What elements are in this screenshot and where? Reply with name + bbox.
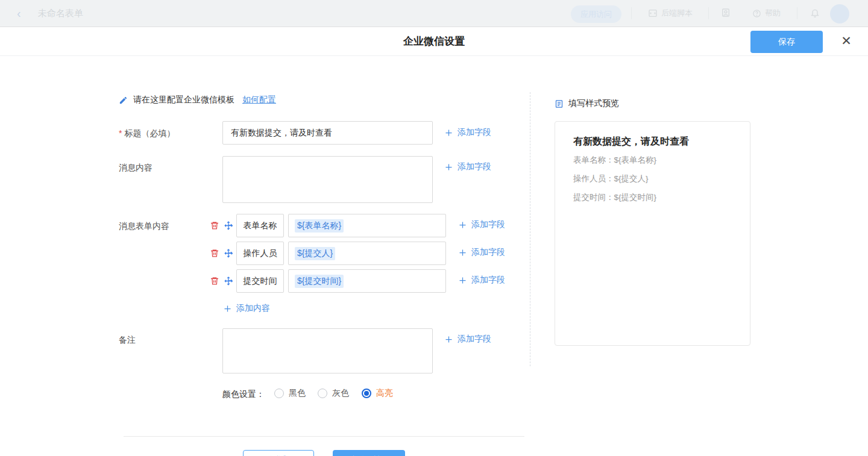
radio-black[interactable]: 黑色: [274, 388, 306, 399]
preview-line: 操作人员：${提交人}: [573, 171, 732, 186]
app-square-item: [721, 8, 731, 17]
form-content-row: ${提交人} 添加字段: [210, 242, 511, 265]
add-field-link-remark[interactable]: 添加字段: [444, 334, 491, 345]
add-field-link-message[interactable]: 添加字段: [444, 161, 491, 172]
form-content-row: ${提交时间} 添加字段: [210, 269, 511, 293]
back-chevron-icon: ‹: [17, 7, 21, 19]
remark-label: 备注: [119, 335, 136, 346]
preview-line: 表单名称：${表单名称}: [573, 152, 732, 167]
move-icon[interactable]: [224, 276, 234, 286]
help-item: 帮助: [752, 8, 781, 19]
modal-header: 企业微信设置 保存 ✕: [0, 27, 868, 56]
field-name-input[interactable]: [236, 242, 284, 265]
radio-gray[interactable]: 灰色: [318, 388, 349, 399]
script-icon: [648, 8, 658, 18]
plus-icon: [458, 220, 467, 230]
token-chip: ${提交时间}: [295, 275, 344, 288]
plus-icon: [458, 248, 467, 257]
back-group: ‹ 未命名表单: [17, 7, 83, 19]
close-button[interactable]: ✕: [838, 33, 855, 49]
screen: ‹ 未命名表单 应用访问 后端脚本 帮助: [0, 0, 868, 456]
how-to-config-link[interactable]: 如何配置: [242, 95, 276, 105]
topbar-divider: [797, 7, 797, 19]
message-content-textarea[interactable]: [222, 156, 433, 203]
backend-script-item: 后端脚本: [648, 8, 693, 19]
plus-icon: [223, 304, 232, 313]
field-token-input[interactable]: ${表单名称}: [288, 214, 446, 237]
test-button[interactable]: 测试: [243, 450, 314, 456]
remark-textarea[interactable]: [222, 328, 433, 373]
restore-default-button[interactable]: 恢复默认: [333, 450, 405, 456]
plus-icon: [444, 335, 453, 344]
config-note-text: 请在这里配置企业微信模板: [133, 95, 234, 105]
token-chip: ${表单名称}: [295, 219, 344, 233]
preview-header-text: 填写样式预览: [568, 98, 619, 109]
bell-icon: [810, 8, 820, 17]
topbar-divider: [708, 7, 709, 19]
delete-icon[interactable]: [210, 220, 220, 231]
add-field-link-row[interactable]: 添加字段: [458, 219, 505, 230]
modal-title: 企业微信设置: [0, 27, 868, 56]
radio-circle-icon: [274, 389, 284, 398]
title-input[interactable]: [222, 121, 433, 145]
move-icon[interactable]: [224, 248, 234, 258]
preview-header: 填写样式预览: [555, 98, 619, 109]
app-icon: [721, 8, 731, 17]
save-button[interactable]: 保存: [750, 31, 823, 53]
title-label: *标题（必填）: [119, 128, 175, 139]
color-setting-label: 颜色设置：: [222, 389, 265, 400]
form-content-row: ${表单名称} 添加字段: [210, 214, 511, 237]
preview-line: 提交时间：${提交时间}: [573, 190, 732, 205]
wechat-settings-modal: 企业微信设置 保存 ✕ 请在这里配置企业微信模板 如何配置 *标题（必填） 添加…: [0, 27, 868, 456]
plus-icon: [458, 276, 467, 285]
modal-content: 请在这里配置企业微信模板 如何配置 *标题（必填） 添加字段 消息内容 添加字段…: [0, 56, 868, 455]
preview-card: 有新数据提交，请及时查看 表单名称：${表单名称} 操作人员：${提交人} 提交…: [555, 121, 750, 346]
preview-card-title: 有新数据提交，请及时查看: [573, 134, 732, 149]
message-content-label: 消息内容: [119, 163, 153, 173]
radio-circle-icon: [362, 389, 371, 398]
radio-circle-icon: [318, 389, 327, 398]
field-name-input[interactable]: [236, 214, 284, 237]
add-field-link-row[interactable]: 添加字段: [458, 275, 505, 286]
topbar-divider: [631, 7, 632, 19]
footer-divider: [124, 436, 524, 437]
field-name-input[interactable]: [236, 269, 284, 293]
move-icon[interactable]: [224, 220, 234, 231]
field-token-input[interactable]: ${提交时间}: [288, 269, 446, 293]
add-field-link-title[interactable]: 添加字段: [444, 127, 491, 138]
background-topbar: ‹ 未命名表单 应用访问 后端脚本 帮助: [0, 0, 868, 27]
form-content-label: 消息表单内容: [119, 221, 169, 232]
question-icon: [752, 9, 761, 18]
notification-item: [810, 8, 820, 17]
pencil-icon: [119, 96, 128, 105]
app-access-pill-button: 应用访问: [571, 5, 621, 23]
delete-icon[interactable]: [210, 248, 220, 258]
close-icon: ✕: [841, 34, 852, 48]
add-content-link[interactable]: 添加内容: [223, 303, 270, 314]
preview-divider: [530, 92, 530, 366]
plus-icon: [444, 163, 453, 172]
avatar: [830, 4, 849, 23]
config-note: 请在这里配置企业微信模板 如何配置: [119, 95, 276, 105]
preview-doc-icon: [555, 99, 564, 108]
delete-icon[interactable]: [210, 276, 220, 286]
token-chip: ${提交人}: [295, 247, 335, 260]
required-asterisk: *: [119, 128, 122, 138]
plus-icon: [444, 128, 453, 137]
field-token-input[interactable]: ${提交人}: [288, 242, 446, 265]
add-field-link-row[interactable]: 添加字段: [458, 247, 505, 258]
form-name: 未命名表单: [38, 8, 83, 19]
radio-highlight[interactable]: 高亮: [362, 388, 393, 399]
